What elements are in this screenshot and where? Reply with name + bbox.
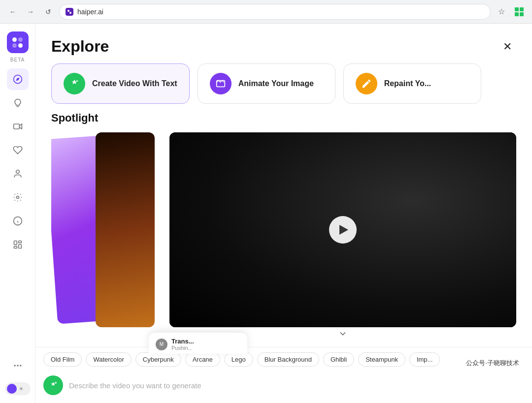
thumbnail-center — [96, 132, 155, 327]
style-tag-old-film[interactable]: Old Film — [43, 352, 82, 367]
explore-header: Explore ✕ — [35, 24, 532, 63]
bottom-card-overlay: M Trans... Pushin... — [149, 333, 247, 354]
svg-rect-8 — [13, 124, 19, 129]
prompt-input[interactable] — [69, 381, 524, 390]
sidebar-item-settings[interactable] — [7, 186, 29, 208]
beta-label: BETA — [10, 57, 25, 62]
sidebar: BETA — [0, 24, 35, 403]
sidebar-item-favorites[interactable] — [7, 139, 29, 161]
animate-image-icon — [210, 73, 232, 94]
svg-point-9 — [16, 170, 19, 174]
feature-card-animate-image[interactable]: Animate Your Image — [198, 63, 335, 104]
sidebar-item-more[interactable] — [7, 355, 29, 376]
generate-button[interactable] — [43, 375, 63, 395]
avatar: M — [156, 339, 167, 350]
style-tag-steampunk[interactable]: Steampunk — [358, 352, 405, 367]
main-content: Explore ✕ Create Video With Text Animate… — [35, 24, 532, 403]
svg-rect-2 — [515, 7, 519, 11]
close-button[interactable]: ✕ — [499, 38, 516, 56]
bottom-card-subtitle: Pushin... — [171, 345, 194, 351]
repaint-label: Repaint Yo... — [384, 79, 431, 88]
sidebar-item-info[interactable] — [7, 210, 29, 232]
svg-rect-17 — [14, 246, 17, 248]
bottom-card-user: M Trans... Pushin... — [156, 338, 240, 351]
sidebar-item-library[interactable] — [7, 234, 29, 255]
play-icon — [339, 225, 348, 235]
main-video[interactable] — [169, 132, 516, 327]
url-text: haiper.ai — [77, 8, 103, 16]
svg-rect-14 — [14, 241, 17, 245]
style-tag-ghibli[interactable]: Ghibli — [323, 352, 354, 367]
svg-point-18 — [17, 365, 18, 366]
watermark: 公众号·子晓聊技术 — [461, 357, 524, 370]
style-tag-arcane[interactable]: Arcane — [185, 352, 220, 367]
sidebar-item-explore[interactable] — [7, 68, 29, 90]
svg-marker-7 — [16, 77, 19, 81]
bottom-bar: Old Film Watercolor Cyberpunk Arcane Leg… — [35, 347, 532, 403]
spotlight-section: Spotlight — [35, 112, 532, 347]
extensions-button[interactable] — [512, 5, 526, 19]
svg-point-10 — [16, 196, 19, 199]
play-button[interactable] — [329, 216, 357, 244]
svg-point-19 — [14, 365, 15, 366]
svg-point-0 — [67, 10, 69, 12]
style-tag-blur-bg[interactable]: Blur Background — [257, 352, 319, 367]
reload-button[interactable]: ↺ — [41, 5, 55, 19]
browser-chrome: ← → ↺ haiper.ai ☆ — [0, 0, 532, 24]
style-tag-cyberpunk[interactable]: Cyberpunk — [135, 352, 181, 367]
style-tag-imp[interactable]: Imp... — [409, 352, 440, 367]
back-button[interactable]: ← — [6, 5, 20, 19]
svg-point-1 — [69, 12, 71, 14]
feature-cards: Create Video With Text Animate Your Imag… — [35, 63, 532, 112]
logo[interactable] — [7, 31, 29, 53]
style-tags-row: Old Film Watercolor Cyberpunk Arcane Leg… — [35, 347, 532, 372]
sidebar-item-ideas[interactable] — [7, 92, 29, 114]
svg-rect-4 — [515, 12, 519, 16]
svg-point-20 — [20, 365, 21, 366]
svg-rect-16 — [18, 245, 21, 248]
svg-rect-5 — [520, 12, 524, 16]
svg-rect-15 — [18, 241, 21, 243]
logo-icon — [12, 37, 23, 48]
sidebar-item-profile[interactable] — [7, 163, 29, 185]
address-bar[interactable]: haiper.ai — [59, 4, 491, 20]
input-row — [35, 372, 532, 403]
svg-point-23 — [55, 382, 57, 384]
feature-card-repaint[interactable]: Repaint Yo... — [343, 63, 481, 104]
svg-rect-3 — [520, 7, 524, 11]
bottom-card-info: Trans... Pushin... — [171, 338, 194, 351]
bottom-card-title: Trans... — [171, 338, 194, 345]
sidebar-item-video[interactable] — [7, 116, 29, 137]
repaint-icon — [356, 73, 377, 94]
svg-point-21 — [76, 80, 78, 82]
browser-actions: ☆ — [495, 5, 526, 19]
style-tag-lego[interactable]: Lego — [224, 352, 253, 367]
create-video-label: Create Video With Text — [92, 79, 177, 88]
page-title: Explore — [51, 37, 109, 56]
forward-button[interactable]: → — [24, 5, 37, 19]
collapse-button[interactable] — [336, 327, 350, 343]
sun-icon: ☀ — [19, 386, 24, 392]
style-tag-watercolor[interactable]: Watercolor — [86, 352, 131, 367]
app-layout: BETA — [0, 24, 532, 403]
feature-card-create-video[interactable]: Create Video With Text — [51, 63, 190, 104]
bookmark-button[interactable]: ☆ — [495, 5, 508, 19]
favicon — [66, 8, 73, 16]
spotlight-content — [51, 132, 516, 347]
create-video-icon — [64, 73, 85, 94]
toggle-knob — [7, 384, 17, 394]
spotlight-title: Spotlight — [51, 112, 516, 124]
theme-toggle[interactable]: ☀ — [5, 382, 31, 395]
animate-image-label: Animate Your Image — [238, 79, 314, 88]
